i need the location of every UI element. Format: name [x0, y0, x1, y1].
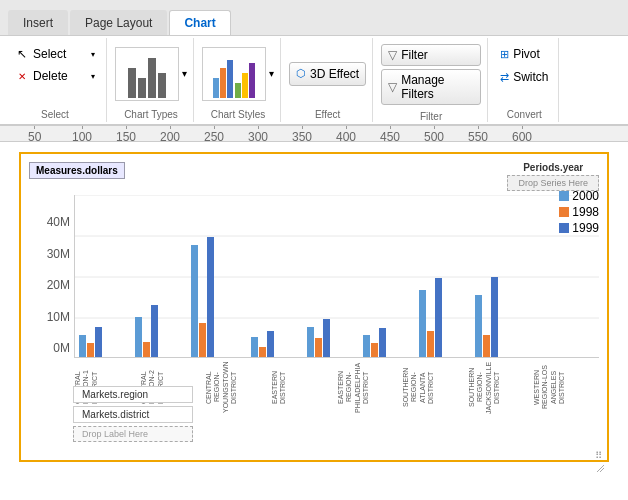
resize-handle[interactable]: [595, 448, 605, 458]
svg-rect-5: [87, 343, 94, 357]
ruler-tick-250: 250: [204, 126, 224, 142]
filter-button[interactable]: ▽ Filter: [381, 44, 481, 66]
cursor-icon: [15, 47, 29, 61]
ribbon-group-chart-styles: ▾ Chart Styles: [196, 38, 281, 122]
legend-item-2000: 2000: [559, 189, 599, 203]
ruler-tick-450: 450: [380, 126, 400, 142]
chart-yaxis: 40M 30M 20M 10M 0M: [29, 195, 74, 415]
ribbon-group-select: Select ▾ Delete ▾ Select: [4, 38, 107, 122]
yaxis-20m: 20M: [47, 278, 70, 292]
cs-bar-4: [235, 83, 241, 98]
ruler-tick-500: 500: [424, 126, 444, 142]
ct-bar-2: [138, 78, 146, 98]
svg-rect-22: [419, 290, 426, 357]
legend-label-2000: 2000: [572, 189, 599, 203]
select-button[interactable]: Select ▾: [10, 44, 100, 64]
pivot-button[interactable]: ⊞ Pivot: [496, 44, 544, 64]
delete-button[interactable]: Delete ▾: [10, 66, 100, 86]
effect-3d-button[interactable]: ⬡ 3D Effect: [289, 62, 366, 86]
resize-icon: [595, 463, 605, 473]
chart-container[interactable]: Measures.dollars Periods.year Drop Serie…: [19, 152, 609, 462]
legend-item-1999: 1999: [559, 221, 599, 235]
yaxis-40m: 40M: [47, 215, 70, 229]
select-dropdown-arrow: ▾: [91, 50, 95, 59]
legend-color-2000: [559, 191, 569, 201]
xlabel-srj: SOUTHERN REGION-JACKSONVILLE DISTRICT: [468, 360, 534, 415]
chart-type-preview[interactable]: [115, 47, 179, 101]
svg-rect-4: [79, 335, 86, 357]
ruler-tick-300: 300: [248, 126, 268, 142]
yaxis-10m: 10M: [47, 310, 70, 324]
delete-button-label: Delete: [33, 69, 68, 83]
select-group-label: Select: [41, 107, 69, 120]
ruler: 50 100 150 200 250 300 350 400 450 500 5…: [0, 126, 628, 142]
cs-bar-5: [242, 73, 248, 98]
cs-group-1: [213, 60, 233, 98]
manage-filters-icon: ▽: [388, 80, 397, 94]
bar-chart-svg: [74, 195, 599, 358]
cs-group-2: [235, 63, 255, 98]
tab-insert[interactable]: Insert: [8, 10, 68, 35]
convert-group-label: Convert: [507, 107, 542, 120]
manage-filters-label: Manage Filters: [401, 73, 474, 101]
effect-content: ⬡ 3D Effect: [289, 40, 366, 107]
pivot-label: Pivot: [513, 47, 540, 61]
cs-bar-1: [213, 78, 219, 98]
svg-rect-11: [199, 323, 206, 357]
chart-style-preview[interactable]: [202, 47, 266, 101]
ribbon-group-effect: ⬡ 3D Effect Effect: [283, 38, 373, 122]
svg-rect-27: [491, 277, 498, 357]
svg-rect-14: [259, 347, 266, 357]
ribbon-group-filter: ▽ Filter ▽ Manage Filters Filter: [375, 38, 488, 122]
chart-plot-area: CENTRAL REGION-1 DISTRICT CENTRAL REGION…: [74, 195, 599, 415]
svg-rect-21: [379, 328, 386, 357]
svg-rect-10: [191, 245, 198, 357]
legend-color-1998: [559, 207, 569, 217]
legend-item-1998: 1998: [559, 205, 599, 219]
xlabel-erp: EASTERN REGION-PHILADELPHIA DISTRICT: [337, 360, 403, 415]
chart-styles-label: Chart Styles: [211, 107, 265, 120]
svg-rect-8: [143, 342, 150, 357]
convert-content: ⊞ Pivot ⇄ Switch: [496, 40, 552, 107]
chart-header: Measures.dollars Periods.year Drop Serie…: [29, 162, 599, 191]
legend-color-1999: [559, 223, 569, 233]
drop-label-here-box[interactable]: Drop Label Here: [73, 426, 193, 442]
markets-district-label: Markets.district: [73, 406, 193, 423]
svg-rect-18: [323, 319, 330, 357]
svg-rect-13: [251, 337, 258, 357]
filter-icon: ▽: [388, 48, 397, 62]
cs-bar-3: [227, 60, 233, 98]
switch-icon: ⇄: [500, 71, 509, 84]
tab-page-layout[interactable]: Page Layout: [70, 10, 167, 35]
chart-styles-dropdown-arrow[interactable]: ▾: [269, 68, 274, 79]
select-group-content: Select ▾ Delete ▾: [10, 40, 100, 107]
tab-chart[interactable]: Chart: [169, 10, 230, 35]
periods-label: Periods.year: [523, 162, 583, 173]
filter-label: Filter: [401, 48, 428, 62]
yaxis-30m: 30M: [47, 247, 70, 261]
svg-rect-12: [207, 237, 214, 357]
chart-types-label: Chart Types: [124, 107, 178, 120]
chart-types-content: ▾: [115, 40, 187, 107]
svg-rect-16: [307, 327, 314, 357]
chart-body: 40M 30M 20M 10M 0M: [29, 195, 599, 415]
xlabel-sra: SOUTHERN REGION-ATLANTA DISTRICT: [402, 360, 468, 415]
svg-rect-26: [483, 335, 490, 357]
ct-bar-3: [148, 58, 156, 98]
svg-rect-9: [151, 305, 158, 357]
filter-group-label: Filter: [420, 109, 442, 122]
measures-label: Measures.dollars: [29, 162, 125, 179]
legend-label-1999: 1999: [572, 221, 599, 235]
pivot-icon: ⊞: [500, 48, 509, 61]
drop-labels-area: Markets.region Markets.district Drop Lab…: [73, 386, 193, 442]
ruler-tick-600: 600: [512, 126, 532, 142]
svg-rect-7: [135, 317, 142, 357]
manage-filters-button[interactable]: ▽ Manage Filters: [381, 69, 481, 105]
effect-3d-label: 3D Effect: [310, 67, 359, 81]
ruler-tick-400: 400: [336, 126, 356, 142]
chart-types-dropdown-arrow[interactable]: ▾: [182, 68, 187, 79]
svg-rect-17: [315, 338, 322, 357]
cs-bar-2: [220, 68, 226, 98]
select-button-label: Select: [33, 47, 66, 61]
switch-button[interactable]: ⇄ Switch: [496, 67, 552, 87]
